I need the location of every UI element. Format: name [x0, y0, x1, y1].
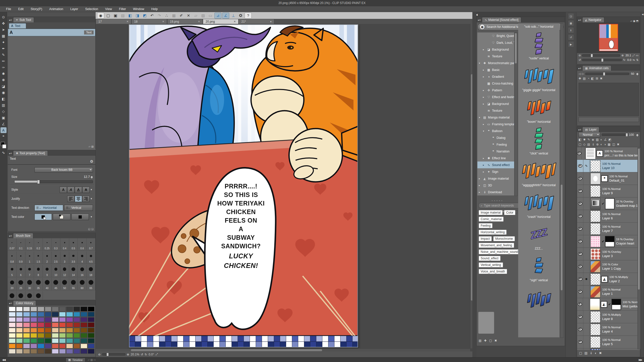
- color-swatch[interactable]: [73, 317, 80, 322]
- wrench-icon[interactable]: ⚙: [90, 159, 93, 164]
- color-swatch[interactable]: [9, 317, 16, 322]
- brush-size-preset[interactable]: 12: [60, 265, 69, 277]
- brush-size-preset[interactable]: 65: [87, 278, 95, 290]
- bottom-bar-icons[interactable]: ▱ ▨ ▭: [88, 358, 96, 361]
- material-tree-item[interactable]: ▸∿Sound effect: [477, 162, 514, 168]
- tool-property-tab[interactable]: ✱Tool property [Text]: [13, 150, 48, 156]
- color-swatch[interactable]: [81, 349, 87, 354]
- material-item[interactable]: "sob sob..." horizontal: [518, 23, 559, 30]
- cel-slider[interactable]: [585, 73, 629, 75]
- brush-size-preset[interactable]: 45: [52, 278, 60, 290]
- color-swatch[interactable]: [73, 344, 80, 348]
- pencil-tool[interactable]: ✏: [1, 58, 7, 64]
- snap-c-icon[interactable]: ▭: [207, 13, 214, 18]
- lock-layer-icon[interactable]: ◈: [592, 138, 594, 141]
- keyword-tag[interactable]: Color: [504, 210, 515, 215]
- reference-layer-icon[interactable]: ✹: [583, 138, 586, 141]
- style-bold-button[interactable]: A: [60, 187, 67, 193]
- color-swatch[interactable]: [88, 317, 95, 322]
- layer-row[interactable]: 100 % NormalLayer 1: [577, 286, 640, 298]
- color-swatch[interactable]: [16, 312, 23, 317]
- menu-item[interactable]: Window: [130, 6, 148, 12]
- keyword-tag[interactable]: Sound_effect: [479, 256, 501, 261]
- screen-pick-icon[interactable]: ◩: [141, 13, 148, 18]
- color-swatch[interactable]: [23, 307, 30, 311]
- color-swatch[interactable]: [88, 349, 95, 354]
- navigator-tab[interactable]: ◭Navigator: [582, 17, 604, 22]
- color-swatch[interactable]: [23, 323, 30, 327]
- layer-row[interactable]: ◭ ✔ 100 % NormalMist (yellow): [577, 298, 640, 311]
- prev-cel-icon[interactable]: ◁: [579, 72, 581, 75]
- color-swatch[interactable]: [73, 333, 80, 338]
- color-swatch[interactable]: [9, 312, 16, 317]
- layer-mask-thumbnail[interactable]: [605, 198, 615, 209]
- color-swatch[interactable]: [45, 333, 52, 338]
- keyword-tag[interactable]: Vertical_writing: [479, 262, 503, 267]
- layer-thumbnail[interactable]: [586, 148, 596, 159]
- color-swatch[interactable]: [37, 317, 44, 322]
- color-swatch[interactable]: [66, 317, 73, 322]
- brush-size-preset[interactable]: 2: [43, 252, 52, 264]
- color-swatch[interactable]: [45, 344, 52, 348]
- canvas-viewport[interactable]: PRRRR....!SO THIS ISHOW TERIYAKICHICKENF…: [96, 24, 470, 348]
- color-swatch[interactable]: [73, 328, 80, 333]
- new-file-icon[interactable]: ▢: [105, 13, 111, 18]
- clip-to-layer-icon[interactable]: ◧: [579, 138, 581, 141]
- brush-size-preset[interactable]: 0.3: [52, 238, 60, 251]
- footer-merge-icon[interactable]: ⇓: [590, 351, 593, 355]
- color-swatch[interactable]: [73, 307, 80, 311]
- color-swatch[interactable]: [37, 333, 44, 338]
- color-swatch[interactable]: [30, 344, 37, 348]
- color-swatch[interactable]: [52, 328, 59, 333]
- brush-size-preset[interactable]: 0.4: [60, 238, 69, 251]
- onion-skin-icon[interactable]: ◔: [587, 77, 589, 80]
- brush-size-preset[interactable]: 3: [60, 252, 69, 264]
- paint-icon[interactable]: ✐: [178, 13, 184, 18]
- footer-new-layer-icon[interactable]: ▢: [579, 351, 582, 355]
- brush-size-preset[interactable]: 14: [69, 265, 78, 277]
- color-swatch[interactable]: [23, 317, 30, 322]
- layer-visibility-toggle[interactable]: [577, 235, 583, 248]
- material-properties-icon[interactable]: ▢: [489, 339, 492, 342]
- open-file-icon[interactable]: ▣: [112, 13, 119, 18]
- brush-size-preset[interactable]: 30: [25, 278, 34, 290]
- enable-mask-icon[interactable]: ◐: [600, 138, 602, 141]
- brush-size-preset[interactable]: 3.5: [69, 252, 78, 264]
- brush-size-preset[interactable]: 1.5: [34, 252, 43, 264]
- keyword-tag[interactable]: Comic_material: [479, 217, 504, 222]
- animation-cels-tab[interactable]: ▦Animation cels: [582, 65, 611, 71]
- color-swatch[interactable]: [73, 349, 80, 354]
- size-stepper[interactable]: [91, 175, 93, 179]
- color-swatch[interactable]: [30, 323, 37, 327]
- keyword-tag[interactable]: Noise_and_machine_sound: [479, 249, 520, 254]
- undo-icon[interactable]: ↶: [149, 13, 155, 18]
- material-tree-item[interactable]: ▸◪Background: [477, 46, 514, 53]
- layer-visibility-toggle[interactable]: [577, 185, 583, 197]
- layer-thumbnail[interactable]: [590, 336, 600, 348]
- flip-horizontal-icon[interactable]: ⇋: [633, 58, 635, 62]
- panel-menu-icon[interactable]: ▸≡: [9, 151, 13, 155]
- layer-row[interactable]: 100 % NormalLayer 7: [577, 223, 640, 235]
- direction-vertical-button[interactable]: ☰↓Vertical: [64, 205, 93, 211]
- color-swatch[interactable]: [45, 307, 52, 311]
- cel-value-stepper[interactable]: [636, 72, 638, 75]
- material-item[interactable]: "boom" horizontal: [518, 94, 559, 126]
- cels-to-edit-bar[interactable]: [579, 117, 639, 122]
- navigator-angle-value[interactable]: 0.0: [627, 58, 631, 61]
- material-panel-tab[interactable]: ∿Material [Sound effect]: [482, 17, 521, 22]
- text-color-more-icon[interactable]: ▼: [90, 216, 93, 218]
- color-swatch[interactable]: [37, 307, 44, 311]
- navigator-zoom-value[interactable]: 20.1: [625, 54, 631, 57]
- color-swatch[interactable]: [9, 328, 16, 333]
- menu-item[interactable]: View: [102, 6, 116, 12]
- layer-mask-thumbnail[interactable]: [605, 236, 615, 247]
- splitter-dots[interactable]: • • • • •: [492, 199, 503, 202]
- snap-special-ruler-icon[interactable]: ∠: [222, 13, 229, 19]
- zoom-in-icon[interactable]: ⊕: [621, 54, 624, 57]
- zoom-in-icon[interactable]: ⊕: [127, 353, 129, 356]
- layer-visibility-toggle[interactable]: [577, 147, 582, 159]
- layer-visibility-toggle[interactable]: [577, 260, 583, 273]
- layer-thumbnail[interactable]: [590, 273, 600, 285]
- brush-size-preset[interactable]: 0.1: [17, 238, 25, 251]
- keyword-tag[interactable]: Voice_and_breath: [479, 269, 507, 274]
